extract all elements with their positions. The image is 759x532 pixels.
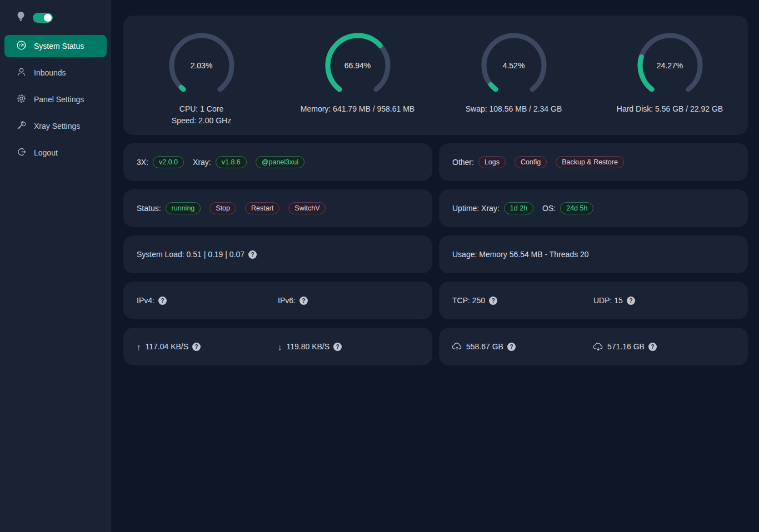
theme-toggle[interactable] — [33, 13, 53, 23]
other-card: Other: Logs Config Backup & Restore — [439, 143, 748, 181]
status-card: Status: running Stop Restart SwitchV — [123, 189, 432, 227]
ipv6-label: IPv6: — [278, 296, 296, 305]
ipv4-label: IPv4: — [137, 296, 154, 305]
memory-gauge-label: Memory: 641.79 MB / 958.61 MB — [301, 103, 415, 115]
panel-version-tag[interactable]: v2.0.0 — [153, 156, 184, 168]
download-speed-help-icon[interactable]: ? — [333, 343, 342, 351]
logs-button[interactable]: Logs — [478, 156, 506, 168]
ipv6-help-icon[interactable]: ? — [299, 297, 308, 305]
total-traffic-card: 558.67 GB ? 571.16 GB ? — [439, 328, 748, 365]
memory-gauge: 66.94% Memory: 641.79 MB / 958.61 MB — [279, 32, 436, 115]
ipv4-help-icon[interactable]: ? — [158, 297, 167, 305]
cloud-download-icon — [593, 343, 603, 351]
other-label: Other: — [452, 158, 474, 167]
sidebar-item-xray-settings[interactable]: Xray Settings — [4, 115, 107, 137]
ipv4-block: IPv4: ? — [137, 296, 278, 305]
total-received-block: 571.16 GB ? — [593, 342, 735, 351]
swap-gauge-value: 4.52% — [481, 32, 547, 99]
status-badge: running — [166, 202, 201, 214]
toggle-knob — [44, 14, 52, 22]
lightbulb-icon — [17, 11, 25, 24]
usage-card: Usage: Memory 56.54 MB - Threads 20 — [439, 235, 748, 273]
3x-label: 3X: — [137, 158, 148, 167]
xray-version-tag[interactable]: v1.8.6 — [216, 156, 247, 168]
sidebar-item-label: Logout — [34, 148, 58, 157]
disk-gauge: 24.27% Hard Disk: 5.56 GB / 22.92 GB — [592, 32, 748, 115]
udp-count-text: UDP: 15 — [593, 296, 623, 305]
sidebar-item-label: Inbounds — [34, 68, 66, 77]
theme-row — [0, 0, 111, 31]
cpu-gauge-value: 2.03% — [168, 32, 235, 99]
tcp-help-icon[interactable]: ? — [489, 297, 497, 305]
disk-gauge-value: 24.27% — [637, 32, 703, 99]
upload-speed-block: ↑ 117.04 KB/S ? — [137, 342, 278, 352]
uptime-card: Uptime: Xray: 1d 2h OS: 24d 5h — [439, 189, 748, 227]
network-speed-card: ↑ 117.04 KB/S ? ↓ 119.80 KB/S ? — [123, 328, 432, 365]
system-load-text: System Load: 0.51 | 0.19 | 0.07 — [137, 250, 244, 259]
arrow-down-icon: ↓ — [278, 342, 282, 352]
sidebar-item-panel-settings[interactable]: Panel Settings — [4, 88, 107, 111]
xray-uptime-badge: 1d 2h — [504, 202, 533, 214]
cloud-upload-icon — [452, 343, 462, 351]
sidebar-item-system-status[interactable]: System Status — [4, 35, 107, 57]
xray-label: Xray: — [193, 158, 211, 167]
disk-gauge-label: Hard Disk: 5.56 GB / 22.92 GB — [617, 103, 723, 115]
gear-icon — [17, 94, 26, 105]
upload-speed-help-icon[interactable]: ? — [192, 343, 201, 351]
os-uptime-badge: 24d 5h — [560, 202, 593, 214]
swap-gauge-label: Swap: 108.56 MB / 2.34 GB — [466, 103, 562, 115]
sidebar-item-logout[interactable]: Logout — [4, 142, 107, 164]
system-load-help-icon[interactable]: ? — [248, 250, 257, 259]
total-received-text: 571.16 GB — [607, 342, 645, 351]
stop-button[interactable]: Stop — [209, 202, 236, 214]
connections-card: TCP: 250 ? UDP: 15 ? — [439, 282, 748, 319]
sidebar-item-label: System Status — [34, 42, 84, 51]
backup-restore-button[interactable]: Backup & Restore — [556, 156, 624, 168]
restart-button[interactable]: Restart — [245, 202, 279, 214]
user-icon — [17, 67, 26, 78]
version-card: 3X: v2.0.0 Xray: v1.8.6 @panel3xui — [123, 143, 432, 181]
download-speed-block: ↓ 119.80 KB/S ? — [278, 342, 419, 352]
switch-version-button[interactable]: SwitchV — [288, 202, 326, 214]
os-label: OS: — [542, 204, 556, 213]
memory-gauge-value: 66.94% — [324, 32, 391, 99]
ipv6-block: IPv6: ? — [278, 296, 419, 305]
arrow-up-icon: ↑ — [137, 342, 141, 352]
usage-text: Usage: Memory 56.54 MB - Threads 20 — [452, 250, 589, 259]
udp-block: UDP: 15 ? — [593, 296, 735, 305]
tcp-block: TCP: 250 ? — [452, 296, 593, 305]
cpu-gauge: 2.03% CPU: 1 Core Speed: 2.00 GHz — [123, 32, 279, 127]
status-label: Status: — [137, 204, 161, 213]
dashboard-icon — [17, 41, 26, 52]
logout-icon — [17, 147, 26, 158]
upload-speed-text: 117.04 KB/S — [146, 342, 189, 351]
system-load-card: System Load: 0.51 | 0.19 | 0.07 ? — [123, 235, 432, 273]
tcp-count-text: TCP: 250 — [452, 296, 485, 305]
total-sent-block: 558.67 GB ? — [452, 342, 593, 351]
total-sent-text: 558.67 GB — [466, 342, 503, 351]
uptime-xray-label: Uptime: Xray: — [452, 204, 500, 213]
config-button[interactable]: Config — [515, 156, 547, 168]
total-sent-help-icon[interactable]: ? — [507, 343, 516, 351]
sidebar-item-label: Xray Settings — [34, 122, 80, 131]
udp-help-icon[interactable]: ? — [627, 297, 635, 305]
main-content: 2.03% CPU: 1 Core Speed: 2.00 GHz 66.94%… — [111, 0, 759, 365]
swap-gauge: 4.52% Swap: 108.56 MB / 2.34 GB — [436, 32, 592, 115]
sidebar: System Status Inbounds Panel Settings — [0, 0, 111, 532]
ip-card: IPv4: ? IPv6: ? — [123, 282, 432, 319]
download-speed-text: 119.80 KB/S — [287, 342, 330, 351]
wrench-icon — [17, 121, 26, 132]
sidebar-item-inbounds[interactable]: Inbounds — [4, 62, 107, 84]
system-gauges-card: 2.03% CPU: 1 Core Speed: 2.00 GHz 66.94%… — [123, 16, 748, 135]
telegram-tag[interactable]: @panel3xui — [256, 156, 304, 168]
sidebar-item-label: Panel Settings — [34, 95, 84, 104]
total-received-help-icon[interactable]: ? — [648, 343, 657, 351]
cpu-gauge-label: CPU: 1 Core Speed: 2.00 GHz — [172, 103, 231, 127]
